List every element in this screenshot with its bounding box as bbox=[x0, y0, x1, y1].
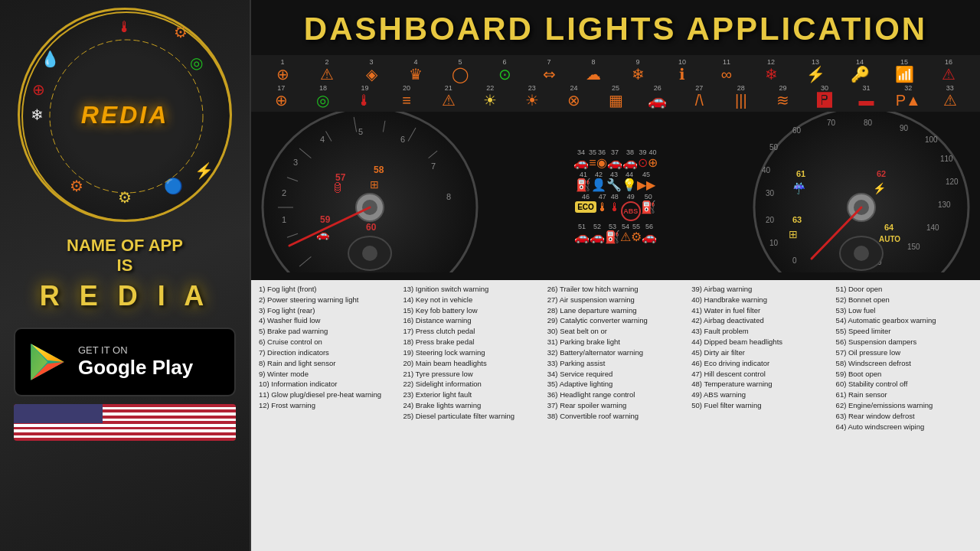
wheel-icon-top: 🌡 bbox=[114, 16, 136, 37]
legend-item-58: 58) Windscreen defrost bbox=[836, 359, 972, 369]
icon-10: 10ℹ bbox=[660, 59, 704, 82]
icon-44: 44💡 bbox=[622, 171, 637, 191]
icon-54: 54⚠ bbox=[620, 223, 631, 243]
icon-6: 6⊙ bbox=[482, 59, 527, 82]
icon-24: 24⊗ bbox=[553, 85, 595, 108]
icon-42: 42👤 bbox=[591, 171, 606, 191]
redia-logo: REDIA bbox=[81, 101, 169, 129]
legend-item-55: 55) Speed limiter bbox=[836, 327, 972, 337]
svg-text:50: 50 bbox=[769, 143, 779, 152]
legend-item-19: 19) Steering lock warning bbox=[403, 348, 539, 358]
main-title: DASHBOARD LIGHTS APPLICATION bbox=[266, 11, 965, 47]
center-row-46-50: 46ECO 47🌡 48🌡 49ABS 50⛽ bbox=[575, 194, 656, 221]
svg-text:AUTO: AUTO bbox=[879, 235, 900, 243]
legend-col-2: 13) Ignition switch warning 14) Key not … bbox=[403, 285, 539, 546]
right-panel: DASHBOARD LIGHTS APPLICATION 1⊕ 2⚠ 3◈ 4♛… bbox=[251, 0, 980, 551]
google-play-text: GET IT ON Google Play bbox=[78, 344, 193, 380]
legend-item-17: 17) Press clutch pedal bbox=[403, 327, 539, 337]
center-row-41-45: 41⛽ 42👤 43🔧 44💡 45▶▶ bbox=[576, 171, 655, 191]
legend-item-8: 8) Rain and light sensor bbox=[259, 359, 395, 369]
legend-item-52: 52) Bonnet open bbox=[836, 295, 972, 305]
google-play-label: Google Play bbox=[78, 356, 193, 380]
svg-point-68 bbox=[854, 246, 869, 261]
legend-item-31: 31) Parking brake light bbox=[547, 337, 684, 347]
legend-item-50: 50) Fuel filter warning bbox=[691, 401, 828, 411]
legend-item-56: 56) Suspension dampers bbox=[836, 337, 972, 347]
legend-item-1: 1) Fog light (front) bbox=[259, 285, 395, 295]
legend-item-54: 54) Automatic gearbox warning bbox=[836, 316, 972, 326]
icon-8: 8☁ bbox=[571, 59, 616, 82]
svg-text:110: 110 bbox=[940, 155, 953, 163]
icon-48: 48🌡 bbox=[609, 194, 621, 221]
legend-item-12: 12) Frost warning bbox=[259, 401, 395, 411]
icons-section: 1⊕ 2⚠ 3◈ 4♛ 5◯ 6⊙ 7⇔ 8☁ 9❄ 10ℹ 11∞ 12❄ 1… bbox=[251, 55, 980, 112]
icon-45: 45▶▶ bbox=[637, 171, 655, 191]
icon-46: 46ECO bbox=[575, 194, 596, 221]
icon-36: 36◉ bbox=[596, 149, 607, 169]
legend-item-18: 18) Press brake pedal bbox=[403, 337, 539, 347]
wheel-icon-left: ❄ bbox=[26, 104, 47, 126]
icon-31: 31▬ bbox=[845, 85, 887, 108]
wheel-icon-bot: ⚙ bbox=[114, 187, 136, 208]
icon-43: 43🔧 bbox=[606, 171, 622, 191]
legend-item-37: 37) Rear spoiler warning bbox=[547, 401, 684, 411]
legend-item-36: 36) Headlight range control bbox=[547, 390, 684, 400]
legend-item-29: 29) Catalytic converter warning bbox=[547, 316, 684, 326]
legend-item-59: 59) Boot open bbox=[836, 370, 972, 380]
icon-4: 4♛ bbox=[394, 59, 438, 82]
icon-56: 56🚗 bbox=[642, 223, 657, 243]
legend-item-51: 51) Door open bbox=[836, 285, 972, 295]
icon-20: 20≡ bbox=[386, 85, 428, 108]
icon-row-1: 1⊕ 2⚠ 3◈ 4♛ 5◯ 6⊙ 7⇔ 8☁ 9❄ 10ℹ 11∞ 12❄ 1… bbox=[256, 57, 975, 83]
svg-text:🛢: 🛢 bbox=[332, 181, 344, 194]
center-row-51-56: 51🚗 52🚗 53⛽ 54⚠ 55⚙ 56🚗 bbox=[574, 223, 657, 243]
icon-35: 35≡ bbox=[589, 149, 596, 169]
icon-28: 28||| bbox=[720, 85, 763, 108]
icon-37: 37🚗 bbox=[607, 149, 622, 169]
wheel-icon-tr: ⚙ bbox=[170, 21, 191, 43]
svg-text:0: 0 bbox=[792, 256, 797, 265]
legend-item-38: 38) Convertible roof warning bbox=[547, 412, 684, 422]
icon-21: 21⚠ bbox=[427, 85, 469, 108]
legend-area: 1) Fog light (front) 2) Power steering w… bbox=[251, 280, 980, 551]
icon-22: 22☀ bbox=[469, 85, 511, 108]
svg-text:140: 140 bbox=[926, 223, 939, 232]
icon-29: 29≋ bbox=[762, 85, 804, 108]
icon-7: 7⇔ bbox=[527, 59, 571, 82]
legend-item-46: 46) Eco driving indicator bbox=[691, 359, 828, 369]
legend-col-3: 26) Trailer tow hitch warning 27) Air su… bbox=[547, 285, 684, 546]
svg-text:90: 90 bbox=[900, 124, 909, 132]
left-gauge-svg: 1 2 3 4 5 6 7 8 57 58 59 60 🛢 ⊞ 🚗 ⚡ bbox=[259, 112, 481, 272]
legend-item-13: 13) Ignition switch warning bbox=[403, 285, 539, 295]
svg-text:40: 40 bbox=[762, 166, 771, 174]
legend-item-64: 64) Auto windscreen wiping bbox=[836, 422, 972, 432]
svg-text:3: 3 bbox=[293, 158, 298, 167]
svg-text:20: 20 bbox=[766, 216, 775, 224]
icon-12: 12❄ bbox=[749, 59, 793, 82]
icon-19: 19🌡 bbox=[344, 85, 386, 108]
legend-item-14: 14) Key not in vehicle bbox=[403, 295, 539, 305]
svg-text:1: 1 bbox=[282, 215, 286, 224]
legend-item-35: 35) Adaptive lighting bbox=[547, 380, 684, 390]
svg-text:60: 60 bbox=[366, 222, 377, 233]
legend-item-62: 62) Engine/emissions warning bbox=[836, 401, 972, 411]
svg-text:7: 7 bbox=[431, 161, 436, 171]
icon-1: 1⊕ bbox=[260, 59, 305, 82]
svg-text:8: 8 bbox=[446, 192, 451, 201]
legend-item-2: 2) Power steering warning light bbox=[259, 295, 395, 305]
legend-item-20: 20) Main beam headlights bbox=[403, 359, 539, 369]
gauges-area: 1 2 3 4 5 6 7 8 57 58 59 60 🛢 ⊞ 🚗 ⚡ bbox=[251, 112, 980, 280]
legend-col-5: 51) Door open 52) Bonnet open 53) Low fu… bbox=[836, 285, 972, 546]
title-bar: DASHBOARD LIGHTS APPLICATION bbox=[251, 0, 980, 55]
legend-item-26: 26) Trailer tow hitch warning bbox=[547, 285, 684, 295]
icon-26: 26🚗 bbox=[636, 85, 678, 108]
wheel-icon-br1: ⚡ bbox=[193, 160, 214, 181]
legend-item-34: 34) Service required bbox=[547, 370, 684, 380]
google-play-button[interactable]: GET IT ON Google Play bbox=[14, 328, 236, 396]
svg-text:130: 130 bbox=[938, 201, 951, 209]
icon-41: 41⛽ bbox=[576, 171, 591, 191]
icon-51: 51🚗 bbox=[574, 223, 590, 243]
legend-item-61: 61) Rain sensor bbox=[836, 390, 972, 400]
center-icons-panel: 34🚗 35≡ 36◉ 37🚗 38🚗 39⊙ 40⊕ 41⛽ 42👤 43🔧 … bbox=[481, 112, 750, 280]
svg-text:5: 5 bbox=[358, 127, 363, 136]
